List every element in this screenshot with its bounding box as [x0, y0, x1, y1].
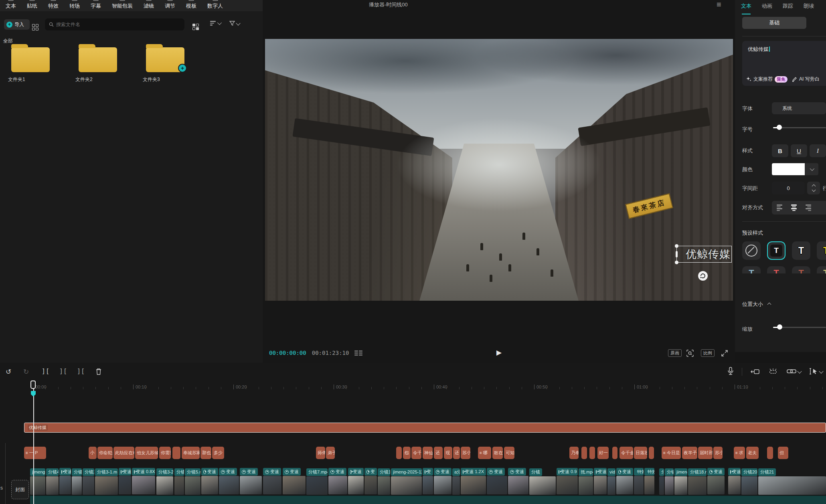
spacing-stepper[interactable]	[807, 182, 820, 194]
video-clip[interactable]: 变速	[508, 468, 528, 494]
subtitle-clip[interactable]: 小	[89, 447, 97, 459]
video-clip[interactable]: 分镜1	[378, 468, 390, 495]
underline-button[interactable]: U	[791, 144, 807, 157]
subtitle-clip[interactable]	[172, 447, 180, 459]
browse-mode-icon[interactable]	[32, 21, 38, 30]
subtitle-clip[interactable]	[396, 447, 402, 459]
subtitle-clip[interactable]: 苏小	[713, 447, 723, 459]
subtitle-clip[interactable]: 日落苏	[634, 447, 647, 459]
letter-spacing-value[interactable]: 0	[772, 182, 805, 194]
video-clip[interactable]: jimeng	[30, 468, 45, 495]
subtitle-clip[interactable]	[589, 447, 595, 459]
video-clip[interactable]: 分镜21	[758, 468, 826, 495]
hamburger-menu-icon[interactable]: ≡	[717, 0, 721, 9]
preset-style-4[interactable]: T	[817, 241, 826, 260]
search-input[interactable]: 搜索文件名	[45, 18, 184, 30]
italic-button[interactable]: I	[810, 144, 826, 157]
align-center-button[interactable]	[791, 204, 797, 211]
subtitle-clip[interactable]: 好一	[597, 447, 609, 459]
subtitle-clip[interactable]: ≡哪	[478, 447, 491, 459]
video-clip[interactable]: 变速	[263, 468, 281, 494]
top-tab-10[interactable]: 数字人	[207, 2, 223, 10]
undo-button[interactable]: ↺	[6, 368, 11, 376]
ai-narration-button[interactable]: AI 写旁白	[799, 76, 820, 83]
bold-button[interactable]: B	[772, 144, 788, 157]
color-dropdown[interactable]	[805, 163, 818, 175]
video-clip[interactable]: 分镜	[529, 468, 556, 495]
video-clip[interactable]: jimeng	[674, 468, 687, 495]
video-clip[interactable]: 变速	[219, 468, 239, 494]
video-clip[interactable]: 变速 1.2X	[461, 468, 486, 494]
top-tab-7[interactable]: 滤镜	[144, 2, 154, 10]
video-clip[interactable]: 分镜	[174, 468, 184, 495]
preset-style-3[interactable]: T	[792, 241, 810, 260]
top-tab-6[interactable]: 智能包装	[112, 2, 133, 10]
video-clip[interactable]: 分镜3-1.m	[95, 468, 118, 495]
color-swatch[interactable]	[772, 163, 805, 175]
preset-style-1[interactable]	[742, 241, 761, 260]
folder-item[interactable]: +文件夹3	[140, 47, 190, 83]
grid-view-icon[interactable]	[192, 21, 199, 30]
cover-button[interactable]: 封面	[11, 480, 29, 499]
video-clip[interactable]: 变速	[594, 468, 607, 494]
panel-tab-1[interactable]: 文本	[741, 2, 751, 12]
top-tab-9[interactable]: 模板	[186, 2, 196, 10]
rotate-handle-icon[interactable]	[698, 271, 708, 281]
video-clip[interactable]: 分镜7.mp4	[306, 468, 328, 495]
subtitle-clip[interactable]: 乃奉	[569, 447, 579, 459]
subtitle-clip[interactable]: 他女儿苏倾城	[135, 447, 158, 459]
subtitle-clip[interactable]: 还	[434, 447, 443, 459]
playhead-line[interactable]	[33, 382, 34, 504]
top-tab-3[interactable]: 特效	[48, 2, 59, 10]
select-tool[interactable]	[809, 368, 823, 374]
video-clip[interactable]: 分镜18.m	[688, 468, 707, 495]
original-quality-button[interactable]: 原画	[668, 349, 682, 357]
video-clip[interactable]: 变速	[434, 468, 451, 494]
panel-tab-4[interactable]: 朗读	[804, 2, 814, 12]
video-clip[interactable]: 分镜2	[72, 468, 82, 495]
video-preview[interactable]: 春來茶店	[265, 39, 733, 301]
subtitle-clip[interactable]: 奉城苏家	[182, 447, 200, 459]
video-clip[interactable]: 变速	[119, 468, 131, 494]
video-clip[interactable]: 分镜5.m	[185, 468, 200, 495]
top-tab-8[interactable]: 调节	[165, 2, 175, 10]
subtitle-clip[interactable]: 还	[453, 447, 460, 459]
subtitle-clip[interactable]: ≡今日是	[662, 447, 681, 459]
scale-slider[interactable]	[773, 324, 826, 330]
folder-item[interactable]: 文件夹1	[6, 47, 55, 83]
subtitle-clip[interactable]: 令千	[411, 447, 421, 459]
preview-zoom-icon[interactable]	[686, 350, 694, 357]
play-button[interactable]: ▶	[496, 348, 502, 357]
subtitle-clip[interactable]	[612, 447, 617, 459]
subtitle-clip[interactable]: 多少	[212, 447, 224, 459]
record-voiceover-icon[interactable]	[727, 367, 734, 375]
subtitle-clip[interactable]: 老夫	[746, 447, 759, 459]
subtitle-clip[interactable]: 那也	[200, 447, 211, 459]
video-clip[interactable]: 变速	[348, 468, 364, 494]
video-clip[interactable]: 变速	[707, 468, 725, 494]
video-clip[interactable]: 分镜	[665, 468, 674, 495]
aspect-ratio-button[interactable]: 比例	[701, 349, 715, 357]
folder-item[interactable]: 文件夹2	[73, 47, 123, 83]
video-clip[interactable]: 变	[423, 468, 433, 494]
subtitle-clip[interactable]: 此劫应在奉	[113, 447, 134, 459]
subtitle-clip[interactable]: 师傅	[316, 447, 325, 459]
tab-basic[interactable]: 基础	[742, 17, 806, 29]
subtitle-clip[interactable]: 敢在	[492, 447, 503, 459]
top-tab-4[interactable]: 转场	[69, 2, 80, 10]
video-clip[interactable]: 变速	[616, 468, 633, 494]
video-clip[interactable]: 分镜2-	[83, 468, 94, 495]
text-overlay-selection[interactable]: 优鲸传媒	[676, 246, 732, 263]
preset-style-row2-3[interactable]: T	[792, 266, 810, 273]
subtitle-clip[interactable]	[767, 447, 773, 459]
subtitle-clip[interactable]: 怨	[403, 447, 411, 459]
video-clip[interactable]: 抵.mp4	[579, 468, 593, 495]
panel-tab-2[interactable]: 动画	[762, 2, 772, 12]
timeline-ruler[interactable]: 00:0000:1000:2000:3000:4000:5001:0001:10	[0, 383, 826, 393]
video-clip[interactable]: 变	[364, 468, 377, 494]
video-clip[interactable]: 变速	[328, 468, 347, 494]
subtitle-clip[interactable]	[581, 447, 587, 459]
panel-tab-3[interactable]: 跟踪	[783, 2, 793, 12]
video-clip[interactable]: 变速	[487, 468, 507, 494]
subtitle-clip[interactable]: 令千金	[620, 447, 633, 459]
